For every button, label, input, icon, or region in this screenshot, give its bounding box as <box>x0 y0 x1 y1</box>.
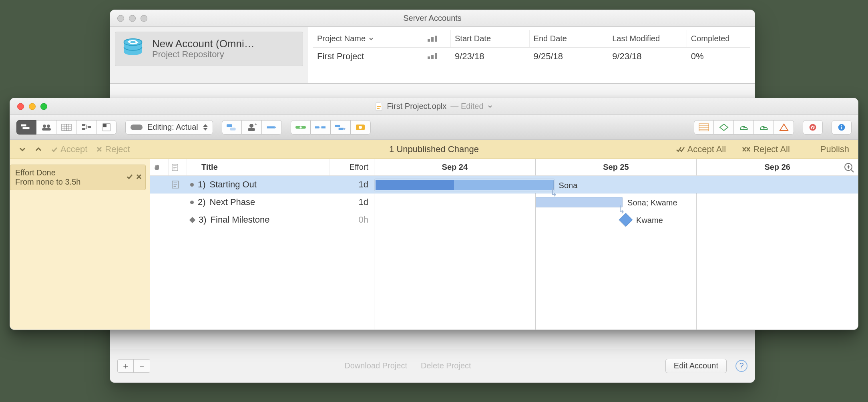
col-completed[interactable]: Completed <box>687 30 750 47</box>
col-note[interactable] <box>169 159 187 175</box>
gantt-bar-wrapper[interactable] <box>374 179 555 191</box>
change-chip-actions <box>126 173 142 182</box>
chevron-down-icon <box>19 146 26 153</box>
add-milestone-button[interactable] <box>262 120 282 135</box>
svg-rect-10 <box>21 125 26 126</box>
gantt-bar[interactable] <box>536 197 623 207</box>
outline-row[interactable]: 1) Starting Out 1d <box>150 176 374 193</box>
back-titlebar[interactable]: Server Accounts <box>110 10 755 27</box>
accept-label: Accept <box>60 144 87 155</box>
gantt-row[interactable]: Kwame <box>374 211 858 229</box>
stop-button[interactable] <box>803 120 823 135</box>
front-titlebar[interactable]: First Project.oplx — Edited <box>10 98 858 115</box>
reports-button[interactable] <box>694 120 714 135</box>
projects-table-header[interactable]: Project Name Start Date End Date Last Mo… <box>313 30 750 48</box>
col-project-name[interactable]: Project Name <box>313 30 423 47</box>
split-task-button[interactable] <box>311 120 331 135</box>
svg-rect-21 <box>227 124 232 127</box>
minimize-button[interactable] <box>29 103 36 110</box>
hand-icon <box>153 164 161 171</box>
next-change-button[interactable] <box>32 144 44 155</box>
publish-up-button[interactable] <box>734 120 754 135</box>
zoom-dot[interactable] <box>141 15 147 22</box>
chip-reject-icon[interactable] <box>136 173 142 182</box>
changes-panel: Effort Done From none to 3.5h <box>10 159 150 330</box>
editing-mode-label: Editing: Actual <box>147 123 198 132</box>
view-resources-button[interactable] <box>36 120 56 135</box>
svg-text:+: + <box>255 123 257 127</box>
svg-rect-17 <box>82 128 85 130</box>
zoom-in-button[interactable] <box>844 162 855 173</box>
col-last-modified[interactable]: Last Modified <box>608 30 687 47</box>
delete-project-label: Delete Project <box>421 361 471 370</box>
remove-account-button[interactable]: － <box>134 360 150 372</box>
help-button[interactable]: ? <box>735 360 747 372</box>
change-chip-detail: From none to 3.5h <box>15 177 129 187</box>
col-end-date[interactable]: End Date <box>530 30 609 47</box>
outline-row[interactable]: 3) Final Milestone 0h <box>150 211 374 229</box>
bars-icon <box>427 36 438 42</box>
gantt-progress <box>376 180 454 190</box>
min-dot[interactable] <box>129 15 136 22</box>
publish-down-button[interactable] <box>754 120 774 135</box>
level-button[interactable] <box>291 120 311 135</box>
col-status-icon[interactable] <box>423 30 451 47</box>
svg-rect-14 <box>42 128 51 131</box>
note-icon[interactable] <box>169 181 187 189</box>
accept-change-button[interactable]: Accept <box>48 143 90 156</box>
edit-account-button[interactable]: Edit Account <box>665 359 727 373</box>
baselines-button[interactable] <box>714 120 734 135</box>
gantt-milestone[interactable] <box>619 213 633 227</box>
accept-all-button[interactable]: Accept All <box>674 143 729 156</box>
view-styles-button[interactable] <box>96 120 117 135</box>
change-chip-title: Effort Done <box>15 168 129 177</box>
add-resource-button[interactable]: + <box>242 120 262 135</box>
add-account-button[interactable]: ＋ <box>118 360 134 372</box>
svg-rect-41 <box>841 127 842 129</box>
col-title[interactable]: Title <box>187 159 330 175</box>
account-card[interactable]: New Account (Omni… Project Repository <box>115 32 303 66</box>
editing-mode-popup[interactable]: Editing: Actual <box>125 120 213 135</box>
add-segment: + <box>222 120 282 135</box>
violations-button[interactable] <box>774 120 794 135</box>
change-chip[interactable]: Effort Done From none to 3.5h <box>10 165 146 190</box>
col-start-date[interactable]: Start Date <box>451 30 530 47</box>
inspector-button[interactable] <box>832 120 852 135</box>
prev-change-button[interactable] <box>16 144 28 155</box>
document-title[interactable]: First Project.oplx — Edited <box>376 102 492 111</box>
table-row[interactable]: First Project 9/23/18 9/25/18 9/23/18 0% <box>313 48 750 65</box>
chip-accept-icon[interactable] <box>126 173 133 182</box>
reject-change-button[interactable]: Reject <box>94 143 132 156</box>
svg-rect-2 <box>428 39 430 42</box>
zoom-button[interactable] <box>40 103 47 110</box>
stepper-icon <box>203 124 208 131</box>
tools-segment <box>291 120 371 135</box>
outline-row[interactable]: 2) Next Phase 1d <box>150 193 374 211</box>
database-icon <box>121 37 145 61</box>
add-task-button[interactable] <box>222 120 242 135</box>
row-number: 1) <box>198 179 206 190</box>
gantt-body[interactable]: Sona Sona; Kwame Kwame <box>374 176 858 330</box>
gantt-view: Sep 24 Sep 25 Sep 26 <box>374 159 858 330</box>
col-effort[interactable]: Effort <box>330 159 374 175</box>
svg-rect-11 <box>23 127 29 129</box>
close-button[interactable] <box>17 103 24 110</box>
cell-completed: 0% <box>687 51 750 62</box>
reschedule-button[interactable] <box>331 120 351 135</box>
gantt-row[interactable]: Sona <box>374 176 858 193</box>
view-network-button[interactable] <box>76 120 96 135</box>
view-gantt-button[interactable] <box>16 120 36 135</box>
gantt-row[interactable]: Sona; Kwame <box>374 193 858 211</box>
reject-all-button[interactable]: Reject All <box>739 143 792 156</box>
col-end-date-label: End Date <box>534 34 567 43</box>
svg-point-28 <box>299 126 301 128</box>
view-calendar-button[interactable] <box>56 120 76 135</box>
close-dot[interactable] <box>117 15 124 22</box>
account-title: New Account (Omni… <box>152 38 255 50</box>
svg-rect-9 <box>377 108 380 109</box>
publish-button[interactable]: Publish <box>818 143 852 156</box>
note-icon <box>172 164 178 171</box>
svg-rect-6 <box>431 55 434 59</box>
col-grab[interactable] <box>150 159 169 175</box>
catch-up-button[interactable] <box>351 120 371 135</box>
